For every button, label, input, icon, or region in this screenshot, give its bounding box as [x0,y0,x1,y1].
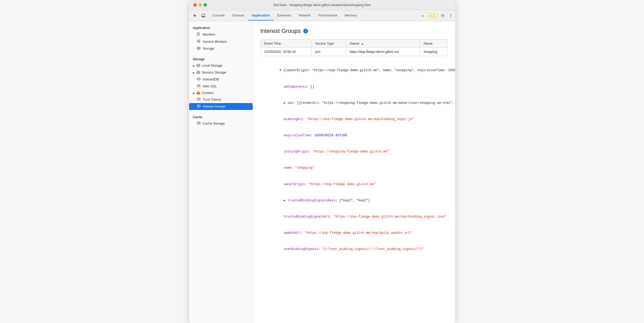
devtools-window: DevTools - shopping-fledge-demo.glitch.m… [189,0,455,323]
service-workers-icon [197,39,201,44]
trusted-keys-expand-icon[interactable]: ▶ [284,199,288,202]
tab-bar: Console Sources Application Elements Net… [209,11,419,20]
cookies-chevron: ▶ [193,92,195,95]
sidebar-item-session-storage[interactable]: ▶ Session Storage [189,69,253,76]
ads-expand-icon[interactable]: ▶ [284,101,288,105]
sidebar-item-indexeddb[interactable]: IndexedDB [189,76,253,83]
sidebar-item-cache-storage[interactable]: Cache Storage [189,120,253,127]
trust-tokens-label: Trust Tokens [203,98,222,101]
svg-rect-1 [202,16,205,17]
cookies-label: Cookies [202,91,214,95]
storage-section-title: Storage [189,55,253,62]
web-sql-label: Web SQL [203,84,217,88]
svg-point-8 [198,41,199,42]
svg-rect-11 [197,65,200,66]
more-options-button[interactable] [448,12,453,19]
storage-app-label: Storage [203,47,214,50]
tab-console[interactable]: Console [209,11,228,20]
trust-tokens-icon [197,97,201,102]
json-line-biddingUrl: biddingUrl: "https://dsp-fledge-demo.gli… [260,111,448,128]
local-storage-chevron: ▶ [193,64,195,67]
svg-point-4 [450,15,451,16]
svg-rect-13 [197,71,200,72]
json-line-trustedBiddingSignalsUrl: trustedBiddingSignalsUrl: "https://dsp-f… [260,209,448,225]
session-storage-label: Session Storage [202,71,226,74]
col-access-type[interactable]: Access Type [311,40,346,48]
storage-app-icon [197,46,201,51]
json-line-userBiddingSignals: userBiddingSignals: "{\"user_bidding_sig… [260,241,448,257]
col-event-time[interactable]: Event Time [260,40,311,48]
session-storage-icon [196,70,201,75]
sidebar: Application Manifest [189,21,253,323]
svg-point-9 [197,47,200,48]
svg-point-17 [197,85,200,86]
sidebar-item-service-workers[interactable]: Service Workers [189,38,253,45]
sort-arrow-icon[interactable]: ▲ [361,42,364,45]
json-line-updateUrl: updateUrl: "https://dsp-fledge-demo.glit… [260,225,448,241]
manifest-label: Manifest [203,33,215,36]
cookies-icon: 🍪 [196,91,201,95]
json-root[interactable]: ▼ {{ownerOrigin: "https://dsp-fledge-dem… [260,62,448,79]
settings-button[interactable] [439,12,447,19]
cell-access-type: join [311,48,346,56]
manifest-icon [197,32,201,37]
tab-performance[interactable]: Performance [314,11,341,20]
cache-storage-label: Cache Storage [203,122,225,125]
sidebar-item-storage-app[interactable]: Storage [189,45,253,52]
dock-button[interactable] [200,12,207,19]
cursor-button[interactable] [191,12,199,19]
json-line-joiningOrigin: joiningOrigin: "https://shopping-fledge-… [260,144,448,160]
svg-point-16 [197,78,200,79]
maximize-button[interactable] [203,3,207,7]
svg-rect-15 [197,73,200,74]
col-name[interactable]: Name [420,40,447,48]
interest-groups-table: Event Time Access Type Owner ▲ Name 22/0… [260,39,448,56]
warning-icon: ⚠ [429,14,432,18]
local-storage-icon [196,63,201,68]
cell-name: shopping [420,48,447,56]
cache-section-title: Cache [189,113,253,120]
sidebar-item-cookies[interactable]: ▶ 🍪 Cookies [189,90,253,96]
cell-owner: https://dsp-fledge-demo.glitch.me [346,48,420,56]
minimize-button[interactable] [198,3,202,7]
page-title: Interest Groups [260,28,301,35]
root-expand-icon[interactable]: ▼ [280,69,283,72]
more-tabs-button[interactable]: » [419,12,425,19]
svg-point-2 [442,15,443,16]
indexeddb-label: IndexedDB [203,78,219,81]
svg-rect-14 [197,72,200,73]
sidebar-item-manifest[interactable]: Manifest [189,31,253,38]
toolbar-right: » ⚠ 1 [419,12,453,19]
json-line-name: name: "shopping" [260,160,448,176]
cell-event-time: 22/03/2022, 10:50:16 [260,48,311,56]
sidebar-item-interest-groups[interactable]: Interest Groups [189,103,253,110]
col-owner[interactable]: Owner ▲ [346,40,420,48]
svg-point-20 [197,122,200,123]
content-area: Interest Groups i Event Time Access Type… [253,21,455,323]
table-row[interactable]: 22/03/2022, 10:50:16 join https://dsp-fl… [260,48,447,56]
sidebar-item-local-storage[interactable]: ▶ Local Storage [189,62,253,69]
tab-elements[interactable]: Elements [273,11,295,20]
tab-application[interactable]: Application [248,11,273,20]
indexeddb-icon [197,77,201,82]
warning-badge[interactable]: ⚠ 1 [427,13,437,18]
info-icon[interactable]: i [303,29,308,33]
tab-sources[interactable]: Sources [228,11,248,20]
window-title: DevTools - shopping-fledge-demo.glitch.m… [273,3,371,7]
svg-rect-10 [197,64,200,65]
close-button[interactable] [193,3,197,7]
sidebar-item-web-sql[interactable]: Web SQL [189,83,253,90]
session-storage-chevron: ▶ [193,71,195,74]
json-line-ads[interactable]: ▶ ads: [{renderUrl: "https://shopping-fl… [260,95,448,111]
tab-memory[interactable]: Memory [341,11,360,20]
tab-network[interactable]: Network [295,11,314,20]
local-storage-label: Local Storage [202,64,222,67]
cache-storage-icon [197,121,201,126]
interest-groups-icon [197,104,201,109]
sidebar-item-trust-tokens[interactable]: Trust Tokens [189,96,253,103]
web-sql-icon [197,84,201,88]
svg-point-5 [450,16,451,17]
traffic-lights [193,3,207,7]
json-line-trustedBiddingSignalsKeys[interactable]: ▶ trustedBiddingSignalsKeys: ["key1", "k… [260,192,448,209]
svg-point-19 [197,105,200,106]
